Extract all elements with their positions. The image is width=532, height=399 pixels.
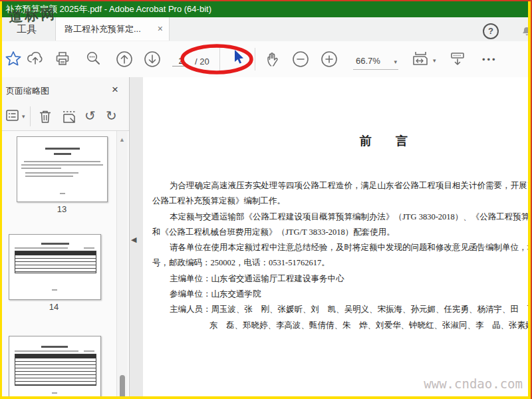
collapse-panel-icon[interactable]: ◀ [131, 235, 136, 244]
tab-strip: 工具 路工程补充预算定... × ? [2, 17, 528, 42]
page-thumbnails-panel: 页面缩略图 × ▾ [2, 77, 130, 396]
more-tools-icon[interactable]: ••• [482, 55, 497, 65]
tab-tools[interactable]: 工具 [6, 17, 47, 41]
page-total-label: / 20 [195, 57, 209, 66]
help-icon[interactable]: ? [483, 23, 499, 39]
thumbnail-list: 13 14 [2, 131, 129, 396]
doc-line: 请各单位在使用本定额过程中注意总结经验，及时将定额中发现的问题和修改意见函告编制… [152, 240, 528, 255]
doc-line: 本定额与交通运输部《公路工程建设项目概算预算编制办法》（JTG 3830-201… [152, 209, 528, 225]
window-title: 补充预算定额 2025年.pdf - Adobe Acrobat Pro (64… [5, 4, 211, 14]
tab-document-label: 路工程补充预算定... [65, 24, 141, 34]
doc-line: 公路工程补充预算定额》编制工作。 [152, 194, 528, 209]
toolbar-separator [30, 106, 31, 126]
zoom-level-select[interactable]: 66.7% ▾ [353, 56, 398, 70]
acrobat-window: 补充预算定额 2025年.pdf - Adobe Acrobat Pro (64… [2, 1, 528, 396]
screenshot-frame: 补充预算定额 2025年.pdf - Adobe Acrobat Pro (64… [0, 0, 532, 399]
zoom-out-icon[interactable] [291, 50, 310, 68]
page-thumbnail-13[interactable] [17, 136, 108, 202]
pdf-page[interactable]: 前 言 为合理确定高速液压夯实处理等四项公路工程造价，满足山东省公路工程项目相关… [143, 77, 528, 396]
panel-close-icon[interactable]: × [112, 83, 118, 96]
extract-pages-icon[interactable] [61, 108, 78, 126]
toolbar-separator [219, 48, 220, 70]
zoom-level-value: 66.7% [356, 56, 380, 66]
tab-close-icon[interactable]: × [158, 17, 163, 41]
thumbnail-options-icon[interactable] [5, 108, 21, 123]
tab-document[interactable]: 路工程补充预算定... × [55, 17, 170, 41]
thumbnail-label: 14 [41, 302, 67, 312]
page-number-input[interactable]: 2 [172, 56, 190, 66]
chevron-down-icon[interactable]: ▾ [433, 57, 436, 64]
next-page-icon[interactable] [143, 50, 162, 68]
doc-line: 号，邮政编码：250002，电话：0531-51762617。 [152, 255, 528, 271]
hand-tool-icon[interactable] [265, 50, 282, 68]
doc-line: 为合理确定高速液压夯实处理等四项公路工程造价，满足山东省公路工程项目相关计价需要… [152, 178, 528, 194]
favorites-star-icon[interactable] [5, 50, 22, 67]
delete-pages-icon[interactable] [37, 108, 53, 126]
scrollbar-thumb[interactable] [120, 375, 125, 396]
cloud-upload-icon[interactable] [26, 50, 45, 67]
site-watermark-bottom: www.cndao.com [424, 376, 523, 391]
chevron-down-icon[interactable]: ▾ [22, 113, 25, 120]
scroll-up-icon[interactable]: ▲ [119, 136, 125, 143]
rotate-cw-icon[interactable]: ↻ [106, 108, 117, 123]
page-thumbnail-15[interactable] [9, 336, 101, 396]
bell-icon[interactable] [520, 24, 528, 37]
toolbar-separator [255, 48, 255, 70]
thumbnail-scrollbar[interactable]: ▲ [116, 131, 128, 396]
search-icon[interactable] [85, 50, 102, 67]
main-toolbar: 2 / 20 66.7% ▾ [2, 41, 528, 78]
panel-title: 页面缩略图 [6, 85, 49, 97]
document-text: 为合理确定高速液压夯实处理等四项公路工程造价，满足山东省公路工程项目相关计价需要… [152, 178, 528, 333]
doc-line: 参编单位：山东交通学院 [152, 287, 528, 302]
fit-width-icon[interactable] [410, 50, 430, 68]
frame-border-top [0, 0, 532, 1]
window-titlebar: 补充预算定额 2025年.pdf - Adobe Acrobat Pro (64… [2, 1, 528, 17]
thumbnail-label: 13 [49, 204, 75, 214]
zoom-in-icon[interactable] [320, 50, 338, 68]
print-icon[interactable] [54, 50, 71, 67]
chevron-down-icon: ▾ [394, 59, 397, 65]
doc-line: 东 磊、郑晓婷、李高波、甄倩倩、朱 烨、刘爱华、钟晓红、张淑同、李 晶、张素娟、 [152, 318, 528, 333]
rotate-ccw-icon[interactable]: ↺ [84, 108, 96, 123]
document-title: 前 言 [360, 133, 408, 149]
doc-line: 主编单位：山东省交通运输厅工程建设事务中心 [152, 271, 528, 287]
doc-line: 主编人员：周玉波、张 刚、张媛昕、刘 凯、吴明义、宋振海、孙元媚、任宪勇、杨清宇… [152, 302, 528, 317]
page-thumbnail-14[interactable] [9, 234, 101, 300]
previous-page-icon[interactable] [115, 50, 134, 68]
doc-line: 和《公路工程机械台班费用定额》（JTG/T 3833-2018）配套使用。 [152, 225, 528, 240]
scroll-mode-icon[interactable] [449, 50, 466, 68]
thumbnail-toolbar: ▾ ↺ ↻ [2, 102, 129, 131]
